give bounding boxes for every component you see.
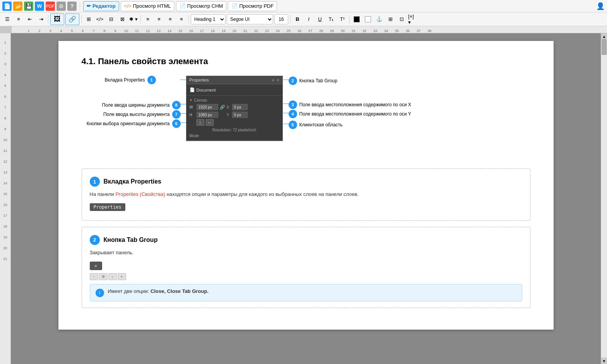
info-icon: i bbox=[96, 289, 104, 297]
indent-decrease-button[interactable]: ⇤ bbox=[25, 14, 35, 24]
portrait-button[interactable]: ▯ bbox=[197, 119, 204, 126]
y-input[interactable] bbox=[232, 112, 248, 118]
ruler-mark: 15 bbox=[175, 29, 186, 33]
ruler-mark: 27 bbox=[305, 29, 316, 33]
info-text-bold: Close, Close Tab Group. bbox=[150, 288, 209, 294]
indent-increase-button[interactable]: ⇥ bbox=[36, 14, 46, 24]
link-button[interactable]: 🔗 bbox=[65, 14, 79, 25]
margin-num: 4 bbox=[0, 70, 10, 80]
orient-row: ▯ ▭ bbox=[190, 119, 279, 126]
props-header: Properties ≡ × bbox=[186, 76, 282, 84]
tab-group-icon: ≡ bbox=[94, 264, 97, 268]
props-close-icon[interactable]: × bbox=[277, 78, 279, 82]
align-center-button[interactable]: ≡ bbox=[154, 14, 164, 24]
mini-tb-btn-4[interactable]: × bbox=[118, 273, 126, 280]
callout-4-text: Поле ввода местоположения содержимого по… bbox=[299, 111, 411, 117]
doc-area[interactable]: 4.1. Панель свойств элемента Вкладка Pro… bbox=[11, 33, 601, 364]
align-justify-button[interactable]: ≡ bbox=[176, 14, 186, 24]
ruler: 1 2 3 4 5 6 7 8 9 10 11 12 13 14 15 16 1… bbox=[0, 26, 607, 33]
section-1-body: На панели Properties (Свойства) находятс… bbox=[90, 191, 522, 199]
unordered-list-button[interactable]: ☰ bbox=[2, 14, 12, 24]
help-icon[interactable]: ? bbox=[67, 2, 77, 11]
sep2 bbox=[81, 15, 82, 24]
open-icon[interactable]: 📂 bbox=[13, 2, 22, 11]
tab-pdf[interactable]: 📄 Просмотр PDF bbox=[228, 1, 277, 11]
anchor-button[interactable]: ⚓ bbox=[374, 14, 384, 24]
align-content-button[interactable]: ⊟ bbox=[106, 14, 116, 24]
settings-icon[interactable]: ⚙ bbox=[56, 2, 66, 11]
sep3 bbox=[140, 15, 141, 24]
table-split-button[interactable]: ⊠ bbox=[117, 14, 127, 24]
resolution-label: Resolution: 72 pixels/inch bbox=[190, 128, 279, 132]
size-input[interactable] bbox=[274, 14, 288, 24]
underline-button[interactable]: U bbox=[315, 14, 325, 24]
align-right-button[interactable]: ≡ bbox=[165, 14, 175, 24]
pdf-tab-icon: 📄 bbox=[231, 3, 238, 9]
ordered-list-button[interactable]: ≡ bbox=[14, 14, 24, 24]
bold-button[interactable]: B bbox=[292, 14, 303, 24]
callout-6-text: Кнопки выбора ориентации документа bbox=[87, 121, 170, 126]
ruler-mark: 11 bbox=[132, 29, 142, 33]
table3-button[interactable]: ⊡ bbox=[397, 14, 407, 24]
italic-button[interactable]: I bbox=[304, 14, 314, 24]
callout-line-4 bbox=[283, 113, 289, 113]
tab-snm[interactable]: 📄 Просмотр СНМ bbox=[176, 1, 227, 11]
tab-editor[interactable]: ✏ Редактор bbox=[83, 1, 119, 11]
right-scrollbar[interactable]: ▲ ▼ bbox=[601, 33, 607, 364]
ruler-mark: 19 bbox=[218, 29, 229, 33]
ruler-mark: 6 bbox=[77, 29, 88, 33]
height-input[interactable] bbox=[197, 112, 218, 118]
document-label: Document bbox=[197, 88, 216, 92]
ruler-mark: 33 bbox=[370, 29, 381, 33]
margin-num: 1 bbox=[0, 37, 10, 48]
superscript-button[interactable]: T¹ bbox=[337, 14, 347, 24]
mini-tb-btn-3[interactable]: ↓ bbox=[108, 273, 117, 280]
align-left-button[interactable]: ≡ bbox=[143, 14, 153, 24]
ruler-mark: 37 bbox=[413, 29, 424, 33]
landscape-button[interactable]: ▭ bbox=[206, 119, 214, 126]
pdf-icon[interactable]: PDF bbox=[46, 2, 55, 11]
margin-num: 13 bbox=[0, 167, 10, 178]
highlight-button[interactable] bbox=[363, 14, 373, 24]
style-select[interactable]: Heading 1 bbox=[191, 14, 226, 24]
variable-button[interactable]: [×] ▾ bbox=[408, 14, 418, 24]
scroll-track[interactable] bbox=[601, 39, 607, 358]
mini-tb-btn-2[interactable]: ⚙ bbox=[99, 273, 108, 280]
margin-num: 15 bbox=[0, 189, 10, 199]
properties-ui-button[interactable]: Properties bbox=[90, 203, 125, 211]
x-input[interactable] bbox=[232, 104, 248, 110]
highlight-properties: Properties (Свойства) bbox=[115, 191, 165, 197]
callout-7-text: Поле ввода высоты документа bbox=[103, 112, 170, 117]
save-icon[interactable]: 💾 bbox=[24, 2, 33, 11]
image-button[interactable]: 🖼 bbox=[50, 14, 64, 25]
props-canvas-section: Canvas W 🔗 X H Y bbox=[186, 96, 282, 141]
code-button[interactable]: </> bbox=[95, 14, 105, 24]
subscript-button[interactable]: T₁ bbox=[326, 14, 336, 24]
table2-button[interactable]: ⊞ bbox=[385, 14, 395, 24]
sep1 bbox=[48, 15, 48, 24]
ruler-mark: 23 bbox=[262, 29, 272, 33]
margin-num: 3 bbox=[0, 59, 10, 70]
scroll-thumb[interactable] bbox=[602, 39, 607, 55]
mini-tb-btn-1[interactable]: ↑ bbox=[90, 273, 98, 280]
ruler-mark: 31 bbox=[348, 29, 359, 33]
info-text: Имеет две опции: Close, Close Tab Group. bbox=[108, 288, 209, 294]
scroll-down-button[interactable]: ▼ bbox=[601, 358, 607, 364]
section-2-badge: 2 bbox=[90, 235, 100, 245]
ruler-mark: 34 bbox=[381, 29, 392, 33]
font-select[interactable]: Segoe UI bbox=[227, 14, 273, 24]
margin-num: 2 bbox=[0, 48, 10, 59]
scroll-up-button[interactable]: ▲ bbox=[601, 33, 607, 39]
special-button[interactable]: ✱ ▾ bbox=[128, 14, 138, 24]
color-button[interactable] bbox=[352, 14, 362, 24]
canvas-label: Canvas bbox=[190, 98, 279, 102]
width-input[interactable] bbox=[197, 104, 218, 110]
table-button[interactable]: ⊞ bbox=[84, 14, 94, 24]
section-1-badge: 1 bbox=[90, 177, 100, 187]
tab-html[interactable]: </> Просмотр HTML bbox=[121, 1, 174, 11]
callout-badge-8: 8 bbox=[172, 101, 181, 109]
ruler-mark: 22 bbox=[251, 29, 262, 33]
margin-num: 18 bbox=[0, 221, 10, 232]
new-icon[interactable]: 📄 bbox=[2, 2, 12, 11]
word-icon[interactable]: W bbox=[35, 2, 44, 11]
